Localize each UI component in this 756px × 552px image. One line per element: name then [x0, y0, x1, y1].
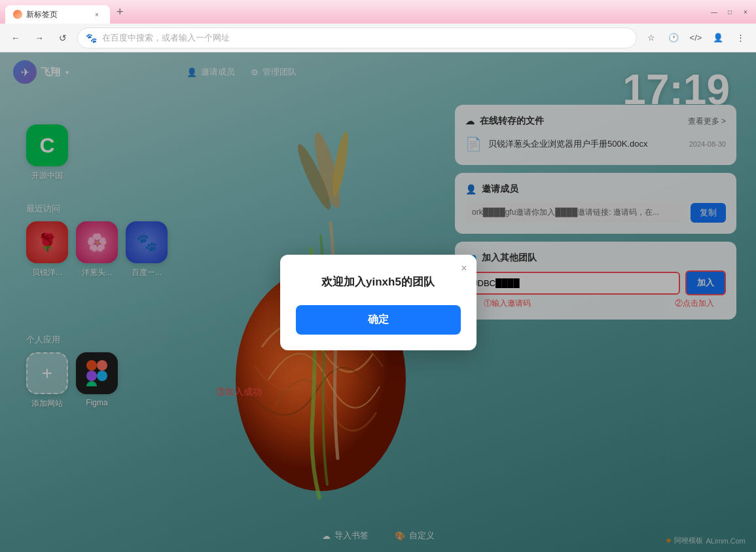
page-content: ✈ 飞翔 ▾ 👤 邀请成员 ⚙ 管理团队 17:19 C 开源中国 — [0, 52, 756, 552]
code-btn[interactable]: </> — [687, 29, 705, 47]
nav-bar: ← → ↺ 🐾 在百度中搜索，或者输入一个网址 ☆ 🕐 </> 👤 ⋮ — [0, 24, 756, 52]
forward-btn[interactable]: → — [30, 29, 48, 47]
maximize-btn[interactable]: □ — [725, 7, 735, 17]
address-text: 在百度中搜索，或者输入一个网址 — [102, 32, 230, 44]
star-btn[interactable]: ☆ — [642, 29, 660, 47]
new-tab-btn[interactable]: + — [113, 5, 128, 19]
back-btn[interactable]: ← — [7, 29, 25, 47]
browser-tab[interactable]: 新标签页 × — [5, 5, 110, 24]
history-btn[interactable]: 🕐 — [664, 29, 683, 47]
tab-close-btn[interactable]: × — [92, 9, 102, 20]
welcome-modal: × 欢迎加入yinxh5的团队 确定 — [280, 255, 477, 350]
modal-close-btn[interactable]: × — [461, 263, 467, 274]
minimize-btn[interactable]: — — [709, 7, 719, 17]
modal-overlay[interactable]: × 欢迎加入yinxh5的团队 确定 — [0, 52, 756, 552]
tab-area: 新标签页 × + — [5, 0, 704, 24]
close-btn[interactable]: × — [740, 7, 751, 17]
tab-label: 新标签页 — [26, 9, 58, 20]
modal-confirm-btn[interactable]: 确定 — [296, 305, 461, 335]
menu-btn[interactable]: ⋮ — [731, 29, 749, 47]
profile-btn[interactable]: 👤 — [709, 29, 727, 47]
nav-actions: ☆ 🕐 </> 👤 ⋮ — [642, 29, 749, 47]
modal-title: 欢迎加入yinxh5的团队 — [296, 274, 461, 289]
browser-frame: 新标签页 × + — □ × ← → ↺ 🐾 在百度中搜索，或者输入一个网址 ☆… — [0, 0, 756, 552]
tab-favicon — [13, 10, 22, 19]
address-bar[interactable]: 🐾 在百度中搜索，或者输入一个网址 — [77, 28, 637, 48]
title-bar: 新标签页 × + — □ × — [0, 0, 756, 24]
search-icon: 🐾 — [86, 33, 97, 43]
window-controls: — □ × — [709, 7, 751, 17]
refresh-btn[interactable]: ↺ — [54, 29, 72, 47]
